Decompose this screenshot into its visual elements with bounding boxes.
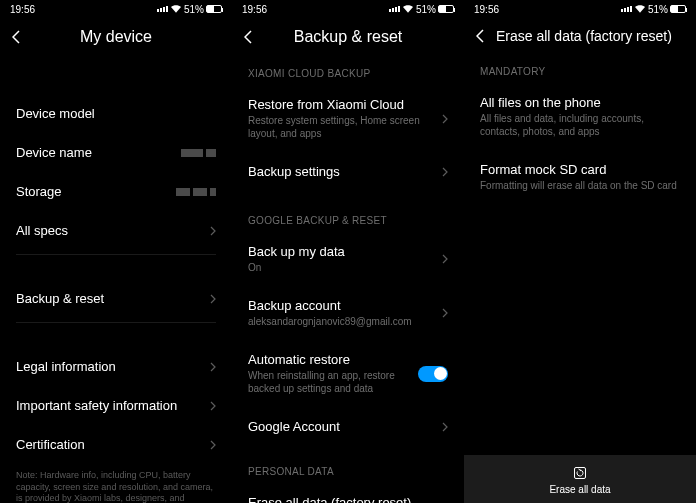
device-name-value bbox=[181, 149, 216, 157]
chevron-right-icon bbox=[210, 294, 216, 304]
safety-row[interactable]: Important safety information bbox=[0, 386, 232, 425]
status-bar: 19:56 51% bbox=[464, 0, 696, 18]
header: Erase all data (factory reset) bbox=[464, 18, 696, 52]
battery-icon bbox=[206, 5, 222, 13]
signal-icon bbox=[389, 6, 400, 12]
backup-account-row[interactable]: Backup account aleksandarognjanovic89@gm… bbox=[232, 286, 464, 340]
status-bar: 19:56 51% bbox=[0, 0, 232, 18]
section-xiaomi: XIAOMI CLOUD BACKUP bbox=[232, 54, 464, 85]
auto-restore-toggle[interactable] bbox=[418, 366, 448, 382]
erase-all-row[interactable]: Erase all data (factory reset) Erases al… bbox=[232, 483, 464, 503]
auto-restore-row[interactable]: Automatic restore When reinstalling an a… bbox=[232, 340, 464, 407]
status-time: 19:56 bbox=[242, 4, 267, 15]
restore-cloud-row[interactable]: Restore from Xiaomi Cloud Restore system… bbox=[232, 85, 464, 152]
chevron-right-icon bbox=[210, 362, 216, 372]
signal-icon bbox=[157, 6, 168, 12]
google-account-row[interactable]: Google Account bbox=[232, 407, 464, 446]
backup-reset-screen: 19:56 51% Backup & reset XIAOMI CLOUD BA… bbox=[232, 0, 464, 503]
reset-icon bbox=[572, 465, 588, 481]
section-mandatory: MANDATORY bbox=[464, 52, 696, 83]
divider bbox=[16, 254, 216, 255]
chevron-right-icon bbox=[442, 254, 448, 264]
device-model-row[interactable]: Device model bbox=[0, 94, 232, 133]
chevron-right-icon bbox=[442, 308, 448, 318]
wifi-icon bbox=[635, 5, 645, 13]
format-sd-row: Format mock SD card Formatting will eras… bbox=[464, 150, 696, 204]
section-google: GOOGLE BACKUP & RESET bbox=[232, 191, 464, 232]
my-device-screen: 19:56 51% My device Device model Device … bbox=[0, 0, 232, 503]
signal-icon bbox=[621, 6, 632, 12]
erase-all-label: Erase all data bbox=[549, 484, 610, 495]
page-title: Erase all data (factory reset) bbox=[496, 28, 672, 44]
battery-percent: 51% bbox=[416, 4, 436, 15]
all-files-row: All files on the phone All files and dat… bbox=[464, 83, 696, 150]
chevron-right-icon bbox=[442, 114, 448, 124]
header: My device bbox=[0, 18, 232, 54]
status-time: 19:56 bbox=[474, 4, 499, 15]
wifi-icon bbox=[171, 5, 181, 13]
battery-percent: 51% bbox=[184, 4, 204, 15]
certification-row[interactable]: Certification bbox=[0, 425, 232, 464]
storage-value bbox=[176, 188, 216, 196]
legal-row[interactable]: Legal information bbox=[0, 347, 232, 386]
status-time: 19:56 bbox=[10, 4, 35, 15]
battery-icon bbox=[438, 5, 454, 13]
footnote: Note: Hardware info, including CPU, batt… bbox=[0, 464, 232, 503]
factory-reset-screen: 19:56 51% Erase all data (factory reset)… bbox=[464, 0, 696, 503]
chevron-right-icon bbox=[210, 401, 216, 411]
chevron-right-icon bbox=[442, 422, 448, 432]
svg-rect-0 bbox=[575, 468, 586, 479]
storage-row[interactable]: Storage bbox=[0, 172, 232, 211]
wifi-icon bbox=[403, 5, 413, 13]
erase-all-button[interactable]: Erase all data bbox=[464, 455, 696, 503]
device-name-row[interactable]: Device name bbox=[0, 133, 232, 172]
chevron-right-icon bbox=[210, 440, 216, 450]
section-personal: PERSONAL DATA bbox=[232, 446, 464, 483]
chevron-right-icon bbox=[210, 226, 216, 236]
chevron-right-icon bbox=[442, 167, 448, 177]
backup-data-row[interactable]: Back up my data On bbox=[232, 232, 464, 286]
battery-percent: 51% bbox=[648, 4, 668, 15]
all-specs-row[interactable]: All specs bbox=[0, 211, 232, 250]
page-title: Backup & reset bbox=[244, 28, 452, 46]
divider bbox=[16, 322, 216, 323]
header: Backup & reset bbox=[232, 18, 464, 54]
back-icon[interactable] bbox=[476, 29, 484, 43]
backup-reset-row[interactable]: Backup & reset bbox=[0, 279, 232, 318]
backup-settings-row[interactable]: Backup settings bbox=[232, 152, 464, 191]
page-title: My device bbox=[12, 28, 220, 46]
status-bar: 19:56 51% bbox=[232, 0, 464, 18]
battery-icon bbox=[670, 5, 686, 13]
